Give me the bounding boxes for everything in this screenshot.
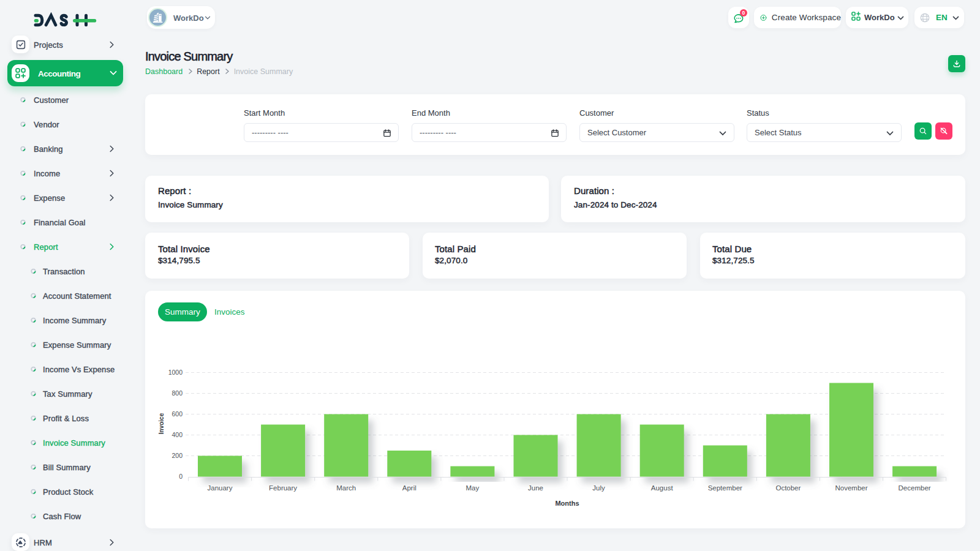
svg-text:November: November [835,484,867,492]
svg-text:200: 200 [172,452,183,459]
svg-text:April: April [402,484,417,492]
svg-text:September: September [708,484,742,492]
svg-text:March: March [336,484,356,492]
svg-text:400: 400 [172,431,183,438]
svg-text:800: 800 [172,389,183,397]
svg-text:Months: Months [555,500,579,507]
svg-text:Invoice: Invoice [158,413,165,434]
svg-text:600: 600 [172,410,183,418]
svg-text:0: 0 [179,473,183,480]
svg-text:June: June [528,484,543,492]
svg-text:1000: 1000 [168,369,183,376]
svg-text:July: July [592,484,605,492]
svg-text:January: January [208,484,233,492]
svg-text:August: August [651,484,674,492]
svg-text:February: February [269,484,297,492]
svg-text:May: May [466,484,480,492]
svg-text:December: December [899,484,931,492]
svg-text:October: October [775,484,801,492]
